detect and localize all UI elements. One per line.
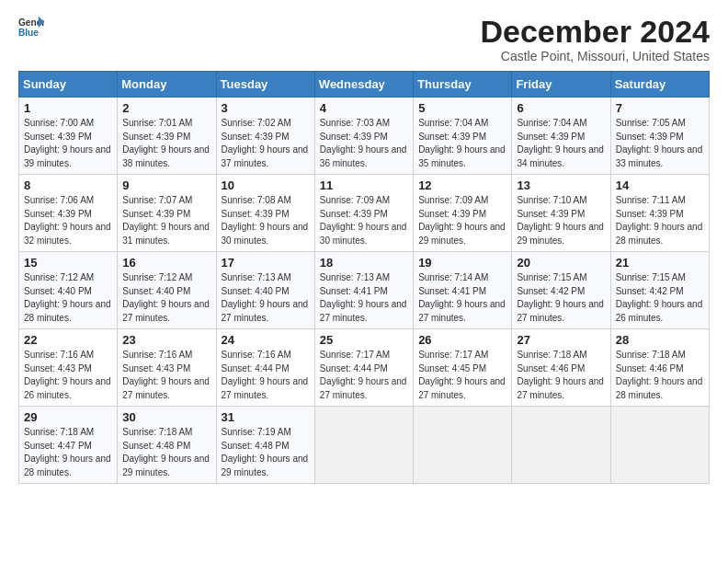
calendar-cell: 7Sunrise: 7:05 AMSunset: 4:39 PMDaylight… [610, 98, 709, 175]
day-number: 4 [320, 101, 408, 115]
day-number: 14 [616, 178, 704, 192]
calendar-cell: 2Sunrise: 7:01 AMSunset: 4:39 PMDaylight… [118, 98, 216, 175]
weekday-header-monday: Monday [118, 72, 216, 98]
cell-info: Sunrise: 7:18 AMSunset: 4:46 PMDaylight:… [616, 349, 704, 402]
calendar-week-row: 8Sunrise: 7:06 AMSunset: 4:39 PMDaylight… [19, 175, 710, 252]
weekday-header-sunday: Sunday [19, 72, 118, 98]
cell-info: Sunrise: 7:17 AMSunset: 4:45 PMDaylight:… [418, 349, 506, 402]
calendar-cell: 6Sunrise: 7:04 AMSunset: 4:39 PMDaylight… [512, 98, 610, 175]
day-number: 18 [320, 256, 408, 270]
calendar-cell: 3Sunrise: 7:02 AMSunset: 4:39 PMDaylight… [216, 98, 314, 175]
day-number: 27 [517, 333, 605, 347]
calendar-cell: 30Sunrise: 7:18 AMSunset: 4:48 PMDayligh… [118, 407, 216, 484]
cell-info: Sunrise: 7:03 AMSunset: 4:39 PMDaylight:… [320, 117, 408, 170]
day-number: 21 [616, 256, 704, 270]
day-number: 1 [24, 101, 112, 115]
cell-info: Sunrise: 7:10 AMSunset: 4:39 PMDaylight:… [517, 194, 605, 247]
calendar-cell: 28Sunrise: 7:18 AMSunset: 4:46 PMDayligh… [610, 329, 709, 407]
day-number: 13 [517, 178, 605, 192]
calendar-cell: 10Sunrise: 7:08 AMSunset: 4:39 PMDayligh… [216, 175, 314, 252]
calendar-cell: 19Sunrise: 7:14 AMSunset: 4:41 PMDayligh… [414, 252, 512, 329]
day-number: 26 [418, 333, 506, 347]
calendar-cell: 22Sunrise: 7:16 AMSunset: 4:43 PMDayligh… [19, 329, 118, 407]
day-number: 11 [320, 178, 408, 192]
cell-info: Sunrise: 7:06 AMSunset: 4:39 PMDaylight:… [24, 194, 112, 247]
calendar-cell: 17Sunrise: 7:13 AMSunset: 4:40 PMDayligh… [216, 252, 314, 329]
calendar-week-row: 1Sunrise: 7:00 AMSunset: 4:39 PMDaylight… [19, 98, 710, 175]
calendar-cell: 11Sunrise: 7:09 AMSunset: 4:39 PMDayligh… [314, 175, 413, 252]
day-number: 6 [517, 101, 605, 115]
cell-info: Sunrise: 7:13 AMSunset: 4:41 PMDaylight:… [320, 271, 408, 325]
day-number: 29 [24, 410, 112, 424]
cell-info: Sunrise: 7:19 AMSunset: 4:48 PMDaylight:… [222, 426, 310, 479]
calendar-week-row: 15Sunrise: 7:12 AMSunset: 4:40 PMDayligh… [19, 252, 710, 329]
calendar-cell: 18Sunrise: 7:13 AMSunset: 4:41 PMDayligh… [314, 252, 413, 329]
calendar-cell [314, 407, 413, 484]
calendar-table: SundayMondayTuesdayWednesdayThursdayFrid… [18, 71, 710, 484]
calendar-cell [414, 407, 512, 484]
cell-info: Sunrise: 7:12 AMSunset: 4:40 PMDaylight:… [122, 271, 210, 325]
cell-info: Sunrise: 7:04 AMSunset: 4:39 PMDaylight:… [517, 117, 605, 170]
calendar-week-row: 29Sunrise: 7:18 AMSunset: 4:47 PMDayligh… [19, 407, 710, 484]
day-number: 3 [222, 101, 310, 115]
header: General Blue December 2024 Castle Point,… [18, 15, 710, 63]
weekday-header-row: SundayMondayTuesdayWednesdayThursdayFrid… [19, 72, 710, 98]
calendar-cell: 14Sunrise: 7:11 AMSunset: 4:39 PMDayligh… [610, 175, 709, 252]
day-number: 17 [222, 256, 310, 270]
calendar-cell: 9Sunrise: 7:07 AMSunset: 4:39 PMDaylight… [118, 175, 216, 252]
day-number: 23 [122, 333, 210, 347]
cell-info: Sunrise: 7:16 AMSunset: 4:43 PMDaylight:… [24, 349, 112, 402]
day-number: 9 [122, 178, 210, 192]
cell-info: Sunrise: 7:15 AMSunset: 4:42 PMDaylight:… [517, 271, 605, 325]
calendar-cell: 12Sunrise: 7:09 AMSunset: 4:39 PMDayligh… [414, 175, 512, 252]
cell-info: Sunrise: 7:09 AMSunset: 4:39 PMDaylight:… [418, 194, 506, 247]
weekday-header-tuesday: Tuesday [216, 72, 314, 98]
cell-info: Sunrise: 7:08 AMSunset: 4:39 PMDaylight:… [222, 194, 310, 247]
calendar-cell: 1Sunrise: 7:00 AMSunset: 4:39 PMDaylight… [19, 98, 118, 175]
calendar-cell [512, 407, 610, 484]
weekday-header-thursday: Thursday [414, 72, 512, 98]
calendar-cell: 26Sunrise: 7:17 AMSunset: 4:45 PMDayligh… [414, 329, 512, 407]
calendar-cell: 13Sunrise: 7:10 AMSunset: 4:39 PMDayligh… [512, 175, 610, 252]
calendar-cell: 31Sunrise: 7:19 AMSunset: 4:48 PMDayligh… [216, 407, 314, 484]
day-number: 24 [222, 333, 310, 347]
cell-info: Sunrise: 7:12 AMSunset: 4:40 PMDaylight:… [24, 271, 112, 325]
logo-icon: General Blue [18, 15, 44, 40]
logo: General Blue [18, 15, 44, 40]
cell-info: Sunrise: 7:07 AMSunset: 4:39 PMDaylight:… [122, 194, 210, 247]
calendar-cell: 4Sunrise: 7:03 AMSunset: 4:39 PMDaylight… [314, 98, 413, 175]
calendar-cell: 8Sunrise: 7:06 AMSunset: 4:39 PMDaylight… [19, 175, 118, 252]
day-number: 7 [616, 101, 704, 115]
cell-info: Sunrise: 7:18 AMSunset: 4:47 PMDaylight:… [24, 426, 112, 479]
day-number: 25 [320, 333, 408, 347]
weekday-header-saturday: Saturday [610, 72, 709, 98]
day-number: 15 [24, 256, 112, 270]
cell-info: Sunrise: 7:16 AMSunset: 4:43 PMDaylight:… [122, 349, 210, 402]
weekday-header-friday: Friday [512, 72, 610, 98]
location-title: Castle Point, Missouri, United States [480, 49, 710, 63]
day-number: 12 [418, 178, 506, 192]
calendar-cell: 20Sunrise: 7:15 AMSunset: 4:42 PMDayligh… [512, 252, 610, 329]
month-title: December 2024 [480, 15, 710, 49]
calendar-week-row: 22Sunrise: 7:16 AMSunset: 4:43 PMDayligh… [19, 329, 710, 407]
cell-info: Sunrise: 7:09 AMSunset: 4:39 PMDaylight:… [320, 194, 408, 247]
day-number: 31 [222, 410, 310, 424]
day-number: 20 [517, 256, 605, 270]
cell-info: Sunrise: 7:02 AMSunset: 4:39 PMDaylight:… [222, 117, 310, 170]
calendar-cell: 5Sunrise: 7:04 AMSunset: 4:39 PMDaylight… [414, 98, 512, 175]
calendar-cell: 15Sunrise: 7:12 AMSunset: 4:40 PMDayligh… [19, 252, 118, 329]
day-number: 16 [122, 256, 210, 270]
day-number: 22 [24, 333, 112, 347]
weekday-header-wednesday: Wednesday [314, 72, 413, 98]
cell-info: Sunrise: 7:16 AMSunset: 4:44 PMDaylight:… [222, 349, 310, 402]
calendar-cell: 27Sunrise: 7:18 AMSunset: 4:46 PMDayligh… [512, 329, 610, 407]
calendar-cell: 16Sunrise: 7:12 AMSunset: 4:40 PMDayligh… [118, 252, 216, 329]
calendar-cell: 29Sunrise: 7:18 AMSunset: 4:47 PMDayligh… [19, 407, 118, 484]
cell-info: Sunrise: 7:18 AMSunset: 4:46 PMDaylight:… [517, 349, 605, 402]
cell-info: Sunrise: 7:11 AMSunset: 4:39 PMDaylight:… [616, 194, 704, 247]
calendar-cell: 21Sunrise: 7:15 AMSunset: 4:42 PMDayligh… [610, 252, 709, 329]
day-number: 30 [122, 410, 210, 424]
cell-info: Sunrise: 7:04 AMSunset: 4:39 PMDaylight:… [418, 117, 506, 170]
calendar-cell [610, 407, 709, 484]
cell-info: Sunrise: 7:17 AMSunset: 4:44 PMDaylight:… [320, 349, 408, 402]
